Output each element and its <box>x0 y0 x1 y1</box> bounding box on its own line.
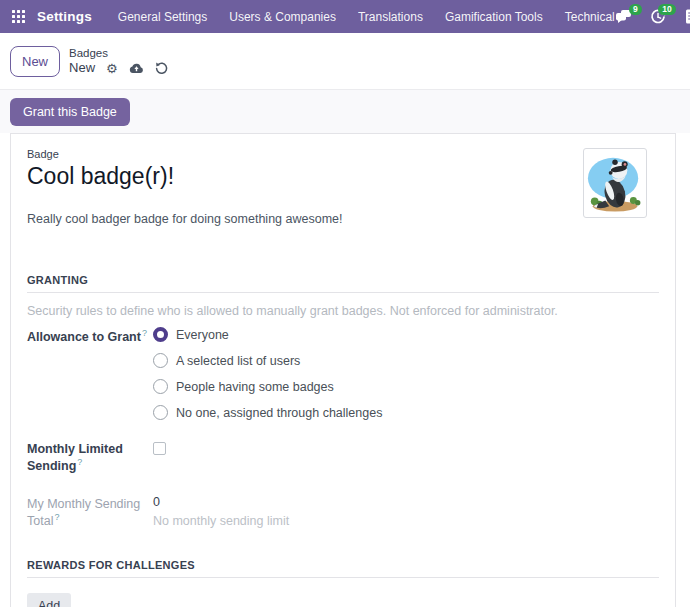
messages-count-badge: 9 <box>629 4 642 15</box>
rewards-section-title: REWARDS FOR CHALLENGES <box>27 559 659 578</box>
menu-gamification-tools[interactable]: Gamification Tools <box>445 10 543 24</box>
badge-field-label: Badge <box>27 148 342 160</box>
app-name[interactable]: Settings <box>37 9 92 24</box>
badge-title-block: Badge Cool badge(r)! Really cool badger … <box>27 148 342 226</box>
radio-selected-list-control[interactable] <box>153 353 168 368</box>
top-navbar: Settings General Settings Users & Compan… <box>0 0 690 33</box>
menu-users-companies[interactable]: Users & Companies <box>229 10 336 24</box>
radio-everyone-control[interactable] <box>153 327 168 342</box>
gear-icon[interactable]: ⚙ <box>106 62 118 75</box>
grant-badge-button[interactable]: Grant this Badge <box>10 98 130 126</box>
badge-image[interactable] <box>583 148 647 218</box>
systray: 9 10 <box>615 6 690 27</box>
monthly-sending-limit-hint: No monthly sending limit <box>153 514 289 528</box>
main-menu: General Settings Users & Companies Trans… <box>118 10 615 24</box>
form-sheet: Badge Cool badge(r)! Really cool badger … <box>10 133 676 607</box>
action-strip: Grant this Badge <box>0 90 690 133</box>
cloud-save-icon[interactable] <box>129 62 144 74</box>
discard-icon[interactable] <box>155 62 168 75</box>
badge-name-input[interactable]: Cool badge(r)! <box>27 163 342 190</box>
radio-everyone[interactable]: Everyone <box>153 327 382 342</box>
monthly-sending-total-value: 0 <box>153 495 289 509</box>
badge-description-input[interactable]: Really cool badger badge for doing somet… <box>27 212 342 226</box>
breadcrumb: Badges New ⚙ <box>69 46 168 77</box>
radio-no-one[interactable]: No one, assigned through challenges <box>153 405 382 420</box>
radio-selected-list[interactable]: A selected list of users <box>153 353 382 368</box>
monthly-limited-sending-label: Monthly Limited Sending? <box>27 440 153 475</box>
menu-translations[interactable]: Translations <box>358 10 423 24</box>
messages-icon[interactable]: 9 <box>615 9 633 25</box>
menu-technical[interactable]: Technical <box>565 10 615 24</box>
help-icon: ? <box>54 512 59 522</box>
breadcrumb-parent-badges[interactable]: Badges <box>69 46 168 60</box>
activities-count-badge: 10 <box>658 4 675 15</box>
monthly-limited-sending-checkbox[interactable] <box>153 442 166 455</box>
add-reward-button[interactable]: Add <box>27 593 71 607</box>
granting-help-text: Security rules to define who is allowed … <box>27 304 659 318</box>
allowance-radio-group: Everyone A selected list of users People… <box>153 327 382 420</box>
monthly-sending-total-label: My Monthly Sending Total? <box>27 495 153 530</box>
help-icon: ? <box>142 328 147 338</box>
granting-section-title: GRANTING <box>27 274 659 293</box>
allowance-to-grant-label: Allowance to Grant? <box>27 327 153 420</box>
radio-people-with-badges[interactable]: People having some badges <box>153 379 382 394</box>
radio-no-one-control[interactable] <box>153 405 168 420</box>
apps-menu-icon[interactable] <box>12 10 25 23</box>
granting-section: GRANTING Security rules to define who is… <box>27 274 659 529</box>
menu-general-settings[interactable]: General Settings <box>118 10 207 24</box>
control-panel: New Badges New ⚙ <box>0 33 690 90</box>
rewards-section: REWARDS FOR CHALLENGES Add <box>27 559 659 607</box>
notes-icon[interactable] <box>683 9 690 25</box>
activities-clock-icon[interactable]: 10 <box>649 9 667 25</box>
radio-people-with-badges-control[interactable] <box>153 379 168 394</box>
new-button[interactable]: New <box>10 46 60 77</box>
help-icon: ? <box>77 457 82 467</box>
breadcrumb-current: New <box>69 60 95 76</box>
